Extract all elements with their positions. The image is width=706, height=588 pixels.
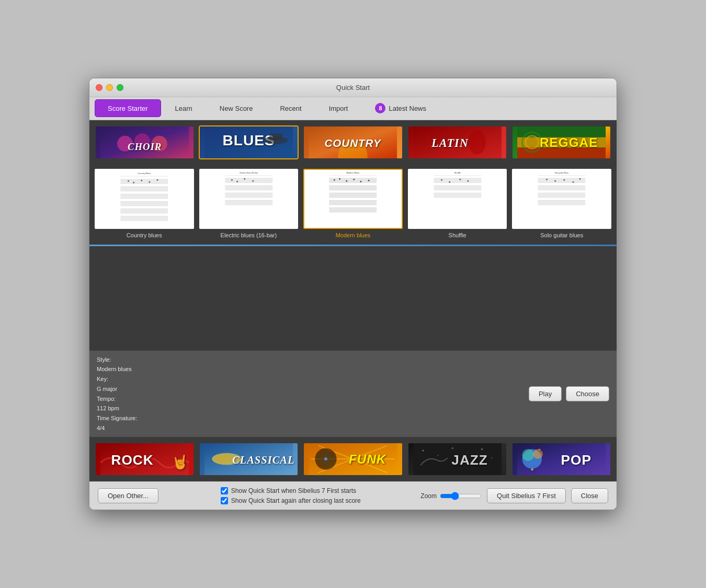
template-shuffle[interactable]: Shuffle [408, 169, 507, 238]
news-badge: 8 [375, 103, 385, 113]
template-modern-blues[interactable]: Modern Blues [303, 169, 403, 238]
svg-point-170 [579, 178, 581, 179]
footer-center: Show Quick Start when Sibelius 7 First s… [221, 487, 361, 504]
svg-point-176 [214, 455, 234, 463]
template-solo-guitar-blues[interactable]: Solo guitar Blues [512, 169, 611, 238]
template-country-blues[interactable]: Country Blues [95, 169, 194, 238]
genre-latin[interactable]: LATIN [407, 125, 507, 159]
play-button[interactable]: Play [529, 386, 562, 401]
svg-point-59 [157, 179, 158, 180]
svg-text:Solo guitar Blues: Solo guitar Blues [555, 172, 569, 174]
svg-text:JAZZ: JAZZ [451, 453, 487, 468]
show-quickstart-after-close-label: Show Quick Start again after closing las… [231, 497, 361, 504]
svg-point-140 [449, 181, 450, 182]
genre-reggae[interactable]: REGGAE [511, 125, 611, 159]
svg-point-56 [133, 181, 134, 183]
info-style: Style: Modern blues [97, 355, 137, 374]
close-window-button[interactable] [96, 84, 103, 91]
template-label-solo-guitar-blues: Solo guitar blues [540, 232, 583, 238]
svg-text:COUNTRY: COUNTRY [325, 137, 382, 149]
info-tempo: Tempo: 112 bpm [97, 394, 137, 413]
svg-rect-121 [431, 170, 484, 228]
svg-point-142 [467, 180, 469, 181]
svg-text:🤘: 🤘 [172, 454, 189, 470]
footer: Open Other... Show Quick Start when Sibe… [89, 481, 617, 510]
svg-point-191 [437, 455, 438, 456]
choose-button[interactable]: Choose [566, 386, 609, 401]
tab-latest-news[interactable]: 8 Latest News [362, 99, 439, 117]
tab-bar: Score Starter Learn New Score Recent Imp… [89, 97, 617, 120]
template-electric-blues[interactable]: Electric blues (16-bar) [199, 169, 299, 238]
show-quickstart-checkbox[interactable] [221, 487, 228, 494]
svg-point-166 [546, 178, 548, 180]
svg-point-168 [564, 179, 565, 180]
svg-point-167 [555, 180, 556, 181]
svg-text:POP: POP [561, 453, 591, 468]
info-time-sig: Time Signature: 4/4 [97, 413, 137, 433]
title-bar: Quick Start [89, 78, 617, 97]
svg-point-169 [573, 181, 574, 182]
genre-jazz[interactable]: JAZZ [407, 442, 507, 476]
template-label-shuffle: Shuffle [449, 232, 466, 238]
bottom-genre-row: ROCK 🤘 [89, 437, 617, 481]
svg-point-187 [325, 457, 328, 460]
svg-point-57 [141, 179, 142, 181]
genre-funk[interactable]: Funk [303, 442, 403, 476]
zoom-label: Zoom [420, 492, 437, 500]
maximize-window-button[interactable] [117, 84, 123, 91]
svg-point-55 [128, 180, 129, 181]
zoom-slider[interactable] [440, 492, 482, 500]
svg-text:Classical: Classical [232, 455, 295, 466]
template-thumb-solo-guitar-blues: Solo guitar Blues [512, 169, 611, 229]
svg-text:LATIN: LATIN [431, 136, 469, 149]
app-window: Quick Start Score Starter Learn New Scor… [89, 78, 617, 511]
svg-point-13 [468, 130, 486, 154]
svg-rect-22 [118, 170, 170, 228]
tab-import[interactable]: Import [316, 99, 361, 117]
genre-pop[interactable]: ★ ★ POP [511, 442, 611, 476]
template-label-electric-blues: Electric blues (16-bar) [221, 232, 277, 238]
genre-rock[interactable]: ROCK 🤘 [95, 442, 195, 476]
svg-point-139 [441, 179, 442, 180]
svg-point-84 [236, 180, 238, 182]
template-label-modern-blues: Modern blues [336, 232, 371, 238]
svg-point-116 [339, 178, 340, 179]
svg-point-141 [459, 178, 461, 180]
score-info: Style: Modern blues Key: G major Tempo: … [97, 355, 137, 433]
template-label-country-blues: Country blues [127, 232, 162, 238]
tab-recent[interactable]: Recent [267, 99, 314, 117]
genre-choir[interactable]: CHOIR [95, 125, 195, 159]
show-quickstart-after-close-checkbox[interactable] [221, 497, 228, 504]
svg-point-85 [244, 178, 245, 179]
tab-new-score[interactable]: New Score [207, 99, 266, 117]
window-controls [96, 84, 123, 91]
info-actions: Play Choose [529, 386, 609, 401]
tab-score-starter[interactable]: Score Starter [95, 99, 161, 117]
checkbox-row-1: Show Quick Start when Sibelius 7 First s… [221, 487, 361, 494]
tab-learn[interactable]: Learn [162, 99, 206, 117]
svg-point-86 [252, 180, 254, 181]
minimize-window-button[interactable] [106, 84, 113, 91]
genre-classical[interactable]: Classical [199, 442, 299, 476]
show-quickstart-label: Show Quick Start when Sibelius 7 First s… [231, 487, 356, 494]
svg-rect-87 [327, 170, 380, 228]
template-thumb-shuffle: Shuffle [408, 169, 507, 229]
svg-text:Country Blues: Country Blues [138, 172, 151, 175]
quit-button[interactable]: Quit Sibelius 7 First [487, 488, 566, 503]
svg-text:ROCK: ROCK [111, 453, 154, 468]
genre-blues[interactable]: BLUES [199, 125, 299, 159]
close-button[interactable]: Close [571, 488, 608, 503]
zoom-control: Zoom [420, 492, 482, 500]
svg-point-119 [360, 180, 362, 182]
genre-country[interactable]: COUNTRY [303, 125, 403, 159]
preview-area [89, 246, 617, 351]
window-title: Quick Start [336, 84, 370, 91]
svg-point-118 [353, 178, 355, 180]
svg-point-190 [422, 449, 424, 452]
footer-right: Zoom Quit Sibelius 7 First Close [420, 488, 608, 503]
svg-point-117 [346, 180, 347, 181]
open-other-button[interactable]: Open Other... [98, 488, 158, 503]
info-key: Key: G major [97, 374, 137, 394]
svg-point-115 [334, 179, 335, 180]
svg-text:CHOIR: CHOIR [128, 141, 162, 152]
